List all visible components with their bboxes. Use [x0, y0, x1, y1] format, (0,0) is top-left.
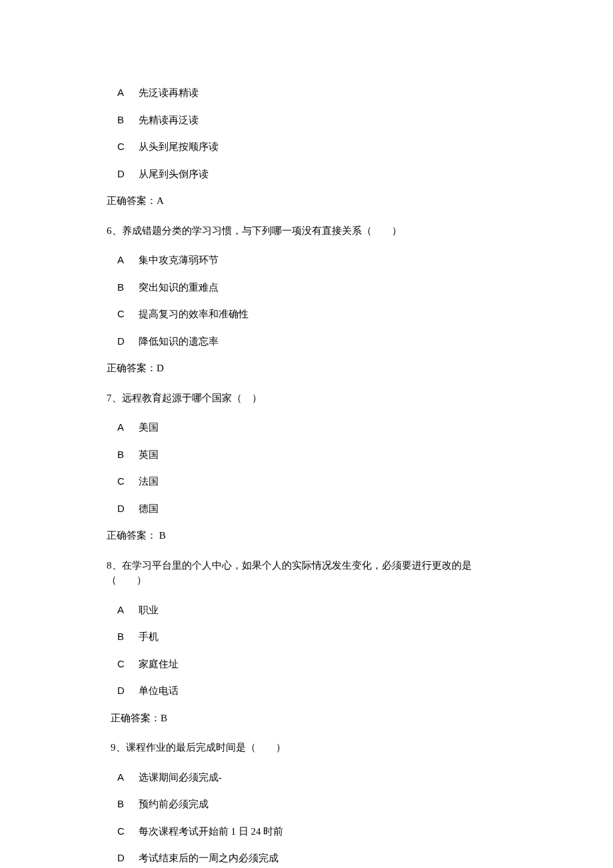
option-b: B 手机	[117, 629, 506, 645]
option-letter: A	[117, 603, 136, 618]
option-letter: D	[117, 167, 136, 182]
option-letter: A	[117, 253, 136, 268]
option-text: 美国	[139, 422, 159, 433]
option-text: 法国	[139, 476, 159, 487]
option-text: 考试结束后的一周之内必须完成	[139, 853, 279, 863]
option-letter: D	[117, 683, 136, 699]
option-text: 集中攻克薄弱环节	[139, 255, 219, 265]
option-d: D 降低知识的遗忘率	[117, 334, 506, 349]
option-c: C 法国	[117, 474, 506, 489]
option-text: 德国	[139, 503, 159, 514]
option-text: 突出知识的重难点	[139, 282, 219, 293]
option-d: D 考试结束后的一周之内必须完成	[117, 851, 506, 866]
option-letter: D	[117, 334, 136, 349]
question-stem: 8、在学习平台里的个人中心，如果个人的实际情况发生变化，必须要进行更改的是（ ）	[107, 558, 506, 588]
option-text: 职业	[139, 605, 159, 615]
option-text: 从头到尾按顺序读	[139, 141, 219, 152]
option-a: A 职业	[117, 603, 506, 618]
option-b: B 突出知识的重难点	[117, 280, 506, 295]
option-a: A 选课期间必须完成-	[117, 770, 506, 785]
option-text: 单位电话	[139, 685, 179, 696]
correct-answer: 正确答案：B	[111, 711, 506, 726]
question-stem: 6、养成错题分类的学习习惯，与下列哪一项没有直接关系（ ）	[107, 223, 506, 239]
option-a: A 美国	[117, 420, 506, 435]
option-d: D 单位电话	[117, 683, 506, 699]
option-text: 每次课程考试开始前 1 日 24 时前	[139, 826, 284, 837]
option-text: 降低知识的遗忘率	[139, 336, 219, 347]
option-b: B 英国	[117, 447, 506, 463]
option-letter: C	[117, 474, 136, 489]
option-letter: A	[117, 85, 136, 101]
option-c: C 每次课程考试开始前 1 日 24 时前	[117, 824, 506, 839]
option-letter: B	[117, 113, 136, 128]
document-page: A 先泛读再精读 B 先精读再泛读 C 从头到尾按顺序读 D 从尾到头倒序读 正…	[0, 0, 613, 868]
option-letter: C	[117, 824, 136, 839]
option-text: 提高复习的效率和准确性	[139, 309, 249, 319]
option-b: B 预约前必须完成	[117, 797, 506, 812]
option-c: C 家庭住址	[117, 657, 506, 672]
option-letter: B	[117, 797, 136, 812]
option-letter: A	[117, 420, 136, 435]
option-a: A 先泛读再精读	[117, 85, 506, 101]
option-c: C 从头到尾按顺序读	[117, 139, 506, 155]
option-text: 选课期间必须完成-	[139, 772, 222, 783]
option-d: D 德国	[117, 501, 506, 517]
question-stem: 9、课程作业的最后完成时间是（ ）	[111, 740, 506, 755]
option-text: 先精读再泛读	[139, 115, 199, 125]
option-letter: D	[117, 851, 136, 866]
option-text: 从尾到头倒序读	[139, 169, 209, 179]
correct-answer: 正确答案：D	[107, 361, 506, 376]
correct-answer: 正确答案： B	[107, 528, 506, 543]
option-letter: B	[117, 280, 136, 295]
option-letter: D	[117, 501, 136, 517]
option-b: B 先精读再泛读	[117, 113, 506, 128]
option-letter: B	[117, 629, 136, 645]
option-text: 手机	[139, 631, 159, 642]
option-text: 预约前必须完成	[139, 799, 209, 809]
option-d: D 从尾到头倒序读	[117, 167, 506, 182]
option-letter: A	[117, 770, 136, 785]
option-text: 先泛读再精读	[139, 87, 199, 98]
option-letter: B	[117, 447, 136, 463]
option-letter: C	[117, 139, 136, 155]
question-stem: 7、远程教育起源于哪个国家（ ）	[107, 391, 506, 406]
option-c: C 提高复习的效率和准确性	[117, 307, 506, 322]
option-letter: C	[117, 307, 136, 322]
option-letter: C	[117, 657, 136, 672]
correct-answer: 正确答案：A	[107, 193, 506, 209]
option-a: A 集中攻克薄弱环节	[117, 253, 506, 268]
option-text: 家庭住址	[139, 659, 179, 669]
option-text: 英国	[139, 449, 159, 460]
